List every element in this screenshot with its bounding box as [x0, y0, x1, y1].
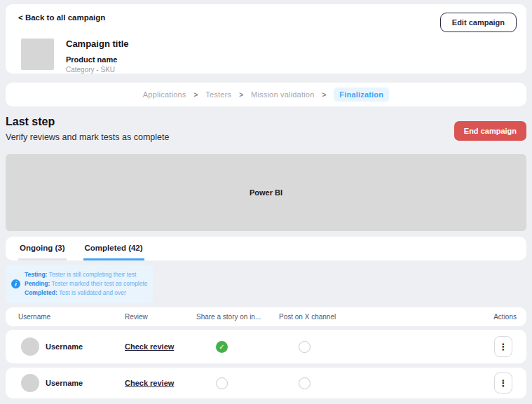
row-actions-menu-button[interactable]: ⋮ [494, 336, 512, 357]
table-row: Username Check review ⋮ [6, 368, 526, 398]
column-actions: Actions [493, 313, 517, 321]
breadcrumb: Applications > Testers > Mission validat… [6, 83, 526, 106]
campaign-info: Campaign title Product name Category - S… [66, 39, 129, 74]
chevron-right-icon: > [239, 91, 243, 99]
post-x-status-toggle[interactable] [299, 341, 311, 353]
campaign-summary: Campaign title Product name Category - S… [21, 39, 129, 74]
status-legend: i Testing: Tester is still completing th… [6, 265, 153, 303]
table-row: Username Check review ⋮ [6, 330, 526, 363]
row-username: Username [46, 342, 83, 351]
row-username: Username [46, 379, 83, 387]
breadcrumb-testers[interactable]: Testers [205, 90, 231, 99]
campaign-header-card: < Back to all campaign Edit campaign Cam… [6, 4, 526, 74]
breadcrumb-mission-validation[interactable]: Mission validation [251, 90, 314, 99]
page-title: Last step [6, 116, 526, 128]
post-x-status-toggle[interactable] [299, 377, 311, 389]
powerbi-report-placeholder: Power BI [6, 154, 526, 231]
product-name: Product name [66, 55, 129, 64]
table-header: Username Review Share a story on in... P… [6, 307, 526, 326]
avatar [21, 374, 39, 392]
legend-pending: Pending: Tester marked their test as com… [25, 279, 147, 288]
column-review: Review [125, 313, 148, 321]
edit-campaign-button[interactable]: Edit campaign [440, 13, 517, 32]
share-story-status-toggle[interactable] [216, 377, 228, 389]
column-post-x: Post on X channel [279, 313, 336, 321]
kebab-icon: ⋮ [499, 342, 508, 352]
chevron-right-icon: > [322, 91, 326, 99]
check-review-link[interactable]: Check review [125, 379, 174, 387]
campaign-title: Campaign title [66, 39, 129, 49]
info-icon: i [11, 279, 20, 288]
share-story-status-toggle[interactable] [216, 341, 228, 353]
last-step-section: Last step Verify reviews and mark tests … [6, 116, 526, 140]
chevron-right-icon: > [194, 91, 198, 99]
tab-ongoing[interactable]: Ongoing (3) [18, 237, 67, 260]
check-review-link[interactable]: Check review [125, 342, 174, 351]
campaign-thumbnail [21, 39, 54, 70]
page-subtitle: Verify reviews and mark tests as complet… [6, 132, 526, 142]
legend-testing: Testing: Tester is still completing thei… [25, 270, 147, 279]
row-actions-menu-button[interactable]: ⋮ [494, 372, 512, 393]
legend-completed: Completed: Test is validated and over [25, 288, 147, 298]
powerbi-label: Power BI [250, 188, 282, 197]
end-campaign-button[interactable]: End campaign [454, 121, 526, 141]
breadcrumb-applications[interactable]: Applications [143, 90, 186, 99]
tests-tabs: Ongoing (3) Completed (42) [6, 237, 526, 260]
avatar [21, 337, 39, 356]
back-to-campaigns-link[interactable]: < Back to all campaign [18, 13, 105, 22]
breadcrumb-finalization[interactable]: Finalization [334, 88, 389, 102]
category-sku: Category - SKU [66, 66, 129, 74]
tab-completed[interactable]: Completed (42) [83, 237, 144, 260]
column-share-story: Share a story on in... [196, 313, 261, 321]
kebab-icon: ⋮ [499, 378, 508, 389]
column-username: Username [18, 313, 50, 321]
